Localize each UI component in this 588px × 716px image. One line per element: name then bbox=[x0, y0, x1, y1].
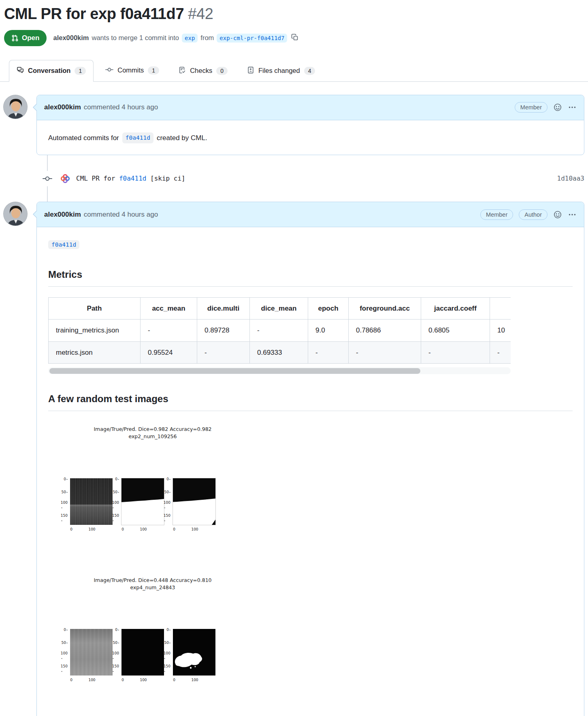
cell-value: - bbox=[421, 341, 490, 364]
commit-message: CML PR for f0a411d [skip ci] bbox=[76, 175, 185, 182]
pred-mask-image: 0100 bbox=[173, 478, 215, 525]
ultrasound-image: 0100 bbox=[70, 629, 113, 676]
cell-value: - bbox=[490, 341, 511, 364]
from-word: from bbox=[200, 34, 214, 42]
subplot-pred-mask: 050100150 0100 bbox=[164, 629, 215, 676]
pr-action-text: wants to merge 1 commit into bbox=[92, 34, 179, 42]
y-axis-ticks: 050100150 bbox=[164, 478, 173, 525]
emoji-reaction-button[interactable] bbox=[553, 103, 562, 112]
comment-text-prefix: Automated commits for bbox=[48, 133, 119, 143]
x-axis-ticks: 0100 bbox=[70, 525, 113, 532]
avatar[interactable] bbox=[3, 202, 28, 226]
cell-value: 0.6805 bbox=[421, 320, 490, 342]
cell-value: 10 bbox=[490, 320, 511, 342]
x-axis-ticks: 0100 bbox=[70, 676, 113, 683]
scrollbar-thumb[interactable] bbox=[49, 368, 420, 374]
true-mask-image: 0100 bbox=[121, 629, 164, 676]
pr-state-badge: Open bbox=[4, 30, 47, 46]
member-badge: Member bbox=[480, 209, 513, 220]
copy-branch-button[interactable] bbox=[291, 33, 299, 43]
head-branch-label[interactable]: exp-cml-pr-f0a411d7 bbox=[217, 34, 287, 43]
kebab-menu-button[interactable] bbox=[568, 103, 577, 112]
member-badge: Member bbox=[515, 102, 548, 113]
pr-tab-nav: Conversation 1 Commits 1 Checks 0 bbox=[0, 58, 588, 82]
col-epoch: epoch bbox=[308, 297, 349, 320]
avatar[interactable] bbox=[3, 95, 28, 119]
test-image-figure-1[interactable]: Image/True/Pred. Dice=0.982 Accuracy=0.9… bbox=[48, 426, 573, 524]
cell-value: 0.69333 bbox=[250, 341, 308, 364]
cell-path: training_metrics.json bbox=[49, 320, 141, 342]
test-image-figure-2[interactable]: Image/True/Pred. Dice=0.448 Accuracy=0.8… bbox=[48, 577, 573, 676]
tab-conversation-count: 1 bbox=[75, 67, 86, 75]
metrics-table-viewport: Path acc_mean dice.multi dice_mean epoch… bbox=[48, 297, 511, 364]
tab-conversation[interactable]: Conversation 1 bbox=[9, 60, 94, 82]
kebab-menu-button[interactable] bbox=[568, 210, 577, 219]
y-axis-ticks: 050100150 bbox=[164, 629, 173, 676]
tab-commits-count: 1 bbox=[148, 66, 159, 75]
figure-title-line2: exp2_num_109256 bbox=[129, 433, 177, 439]
git-pull-request-icon bbox=[11, 34, 19, 42]
commit-hash-link[interactable]: f0a411d bbox=[119, 175, 146, 182]
comment-body: f0a411d Metrics Path acc_mean dice.mul bbox=[37, 227, 584, 687]
col-step: step bbox=[490, 297, 511, 320]
pr-title-text: CML PR for exp f0a411d7 bbox=[4, 5, 184, 22]
x-axis-ticks: 0100 bbox=[121, 676, 164, 683]
table-row: training_metrics.json - 0.89728 - 9.0 0.… bbox=[49, 320, 511, 342]
comment-1: alex000kim commented 4 hours ago Member bbox=[0, 95, 588, 156]
x-axis-ticks: 0100 bbox=[121, 525, 164, 532]
emoji-reaction-button[interactable] bbox=[553, 210, 562, 219]
comment-author-link[interactable]: alex000kim bbox=[44, 103, 81, 111]
checklist-icon bbox=[179, 66, 186, 75]
col-dice-multi: dice.multi bbox=[197, 297, 250, 320]
cell-value: - bbox=[197, 341, 250, 364]
tab-checks[interactable]: Checks 0 bbox=[171, 60, 235, 82]
subplot-true-mask: 050100150 0100 bbox=[113, 629, 164, 676]
commit-message-prefix: CML PR for bbox=[76, 175, 119, 182]
commit-sha-link[interactable]: 1d10aa3 bbox=[557, 175, 584, 182]
comment-card: alex000kim commented 4 hours ago Member bbox=[36, 95, 584, 156]
figure-title: Image/True/Pred. Dice=0.982 Accuracy=0.9… bbox=[61, 426, 244, 440]
cell-value: 9.0 bbox=[308, 320, 349, 342]
metrics-table: Path acc_mean dice.multi dice_mean epoch… bbox=[48, 297, 511, 364]
pr-author-link[interactable]: alex000kim bbox=[53, 34, 89, 42]
metrics-heading: Metrics bbox=[48, 268, 573, 287]
pr-state-label: Open bbox=[22, 34, 39, 42]
git-commit-icon bbox=[42, 171, 53, 186]
comment-author-link[interactable]: alex000kim bbox=[44, 211, 81, 219]
comment-text-suffix: created by CML. bbox=[157, 133, 207, 143]
comment-header: alex000kim commented 4 hours ago Member … bbox=[37, 202, 584, 227]
col-jaccard-coeff: jaccard.coeff bbox=[421, 297, 490, 320]
tab-checks-count: 0 bbox=[216, 67, 228, 75]
figure-title: Image/True/Pred. Dice=0.448 Accuracy=0.8… bbox=[61, 577, 244, 591]
y-axis-ticks: 050100150 bbox=[113, 629, 121, 676]
commit-message-suffix: [skip ci] bbox=[146, 175, 185, 182]
comment-timestamp[interactable]: commented 4 hours ago bbox=[84, 103, 158, 111]
cell-value: 0.95524 bbox=[141, 341, 197, 364]
commit-timeline-section: CML PR for f0a411d [skip ci] 1d10aa3 bbox=[0, 155, 588, 202]
comment-header-actions: Member bbox=[515, 102, 577, 113]
figure-title-line2: exp4_num_24843 bbox=[130, 584, 175, 590]
x-axis-ticks: 0100 bbox=[173, 676, 215, 683]
subplot-input-image: 050100150 0100 bbox=[61, 629, 113, 676]
figure-subplots: 050100150 0100 050100150 bbox=[61, 478, 573, 525]
cell-value: 0.89728 bbox=[197, 320, 250, 342]
tab-commits[interactable]: Commits 1 bbox=[98, 59, 167, 82]
cml-bot-avatar[interactable] bbox=[60, 173, 70, 184]
base-branch-label[interactable]: exp bbox=[182, 34, 198, 43]
file-diff-icon bbox=[247, 66, 254, 75]
comment-2: alex000kim commented 4 hours ago Member … bbox=[0, 202, 588, 716]
y-axis-ticks: 050100150 bbox=[113, 478, 121, 525]
y-axis-ticks: 050100150 bbox=[61, 629, 70, 676]
tab-files-changed[interactable]: Files changed 4 bbox=[239, 60, 323, 82]
commit-code-link[interactable]: f0a411d bbox=[122, 132, 153, 144]
commit-code-link[interactable]: f0a411d bbox=[48, 240, 79, 249]
tab-checks-label: Checks bbox=[190, 67, 212, 75]
comment-timestamp[interactable]: commented 4 hours ago bbox=[84, 211, 158, 219]
page-title: CML PR for exp f0a411d7 #42 bbox=[4, 5, 584, 23]
figure-title-line1: Image/True/Pred. Dice=0.448 Accuracy=0.8… bbox=[94, 577, 211, 583]
tab-files-changed-label: Files changed bbox=[258, 67, 300, 75]
ultrasound-image: 0100 bbox=[70, 478, 113, 525]
test-images-heading: A few random test images bbox=[48, 393, 573, 411]
subplot-input-image: 050100150 0100 bbox=[61, 478, 113, 525]
tab-files-changed-count: 4 bbox=[304, 67, 315, 75]
